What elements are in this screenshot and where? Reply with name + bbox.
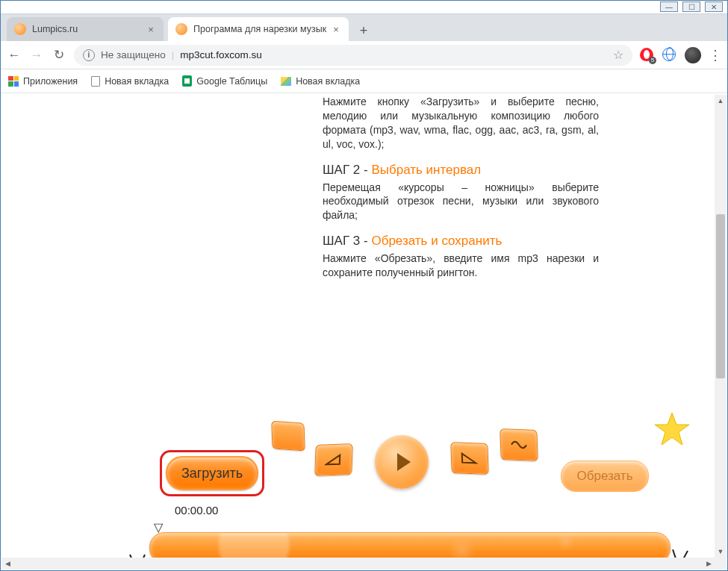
bookmark-label: Приложения [23, 76, 78, 87]
extension-opera-icon[interactable]: 5 [640, 48, 655, 63]
play-button[interactable] [375, 435, 429, 489]
bookmark-newtab-2[interactable]: Новая вкладка [281, 76, 360, 87]
step2-title: ШАГ 2 - Выбрать интервал [323, 162, 599, 179]
badge-count: 5 [649, 57, 656, 64]
page-viewport: Нажмите кнопку «Загрузить» и выберите пе… [1, 95, 715, 558]
reload-button[interactable]: ↻ [52, 48, 66, 63]
window-controls: — ☐ ✕ [660, 1, 723, 12]
photo-icon [281, 77, 291, 86]
sheets-icon [182, 75, 192, 87]
scroll-up-icon[interactable]: ▲ [715, 95, 727, 107]
play-triangle-icon [397, 453, 411, 471]
instructions-column: Нажмите кнопку «Загрузить» и выберите пе… [323, 95, 599, 290]
step3-body: Нажмите «Обрезать», введите имя mp3 наре… [323, 252, 599, 280]
url-text: mp3cut.foxcom.su [180, 49, 607, 60]
waveform-track[interactable] [149, 532, 671, 558]
address-bar[interactable]: i Не защищено | mp3cut.foxcom.su ☆ [74, 45, 632, 66]
tab-title: Lumpics.ru [32, 24, 141, 34]
scroll-right-icon[interactable]: ▶ [703, 558, 715, 570]
new-tab-button[interactable]: + [353, 20, 374, 41]
maximize-button[interactable]: ☐ [682, 1, 700, 12]
browser-toolbar: ← → ↻ i Не защищено | mp3cut.foxcom.su ☆… [1, 41, 727, 69]
close-tab-icon[interactable]: × [146, 24, 156, 34]
bookmark-star-icon[interactable]: ☆ [613, 48, 623, 62]
scissors-left-icon[interactable] [124, 552, 151, 558]
bookmark-label: Google Таблицы [196, 76, 267, 87]
back-button[interactable]: ← [7, 48, 22, 63]
security-label: Не защищено [101, 49, 166, 60]
favicon-icon [175, 23, 187, 35]
browser-menu-button[interactable]: ⋮ [709, 47, 721, 63]
bookmarks-bar: Приложения Новая вкладка Google Таблицы … [1, 69, 727, 93]
tab-lumpics[interactable]: Lumpics.ru × [7, 17, 164, 41]
tab-title: Программа для нарезки музык [193, 24, 326, 34]
tab-strip: Lumpics.ru × Программа для нарезки музык… [1, 14, 727, 41]
cut-button[interactable]: Обрезать [561, 461, 649, 492]
site-info-icon[interactable]: i [83, 49, 95, 61]
tab-mp3cut[interactable]: Программа для нарезки музык × [168, 17, 349, 41]
close-window-button[interactable]: ✕ [705, 1, 723, 12]
favicon-icon [14, 23, 26, 35]
scissors-right-icon[interactable] [664, 546, 694, 558]
bookmark-apps[interactable]: Приложения [8, 76, 78, 87]
scroll-left-icon[interactable]: ◀ [1, 558, 13, 570]
document-icon [91, 76, 100, 87]
apps-grid-icon [8, 76, 19, 87]
divider: | [172, 49, 175, 60]
horizontal-scrollbar[interactable]: ◀ ▶ [1, 558, 715, 570]
browser-window: — ☐ ✕ Lumpics.ru × Программа для нарезки… [0, 0, 728, 571]
forward-button[interactable]: → [29, 48, 44, 63]
minimize-button[interactable]: — [660, 1, 678, 12]
playhead-time: 00:00.00 [175, 504, 218, 517]
upload-button[interactable]: Загрузить [166, 456, 258, 490]
vertical-scrollbar[interactable]: ▲ ▼ [715, 95, 727, 558]
fade-out-button[interactable] [450, 442, 489, 475]
os-titlebar: — ☐ ✕ [1, 1, 727, 14]
step1-body: Нажмите кнопку «Загрузить» и выберите пе… [323, 95, 599, 152]
profile-avatar[interactable] [685, 47, 701, 63]
bookmark-newtab-1[interactable]: Новая вкладка [91, 76, 169, 87]
wave-button[interactable] [500, 428, 538, 461]
step3-title: ШАГ 3 - Обрезать и сохранить [323, 233, 599, 250]
close-tab-icon[interactable]: × [331, 24, 341, 34]
bookmark-label: Новая вкладка [296, 76, 360, 87]
extension-globe-icon[interactable] [662, 48, 677, 63]
stop-button[interactable] [271, 421, 305, 452]
fade-in-button[interactable] [314, 443, 353, 476]
scroll-thumb[interactable] [716, 214, 725, 378]
scroll-down-icon[interactable]: ▼ [715, 546, 727, 558]
bookmark-label: Новая вкладка [105, 76, 169, 87]
bookmark-sheets[interactable]: Google Таблицы [182, 75, 267, 87]
step2-body: Перемещая «курсоры – ножницы» выберите н… [323, 181, 599, 223]
favorite-star-icon[interactable] [653, 411, 691, 447]
scroll-corner [715, 558, 727, 570]
